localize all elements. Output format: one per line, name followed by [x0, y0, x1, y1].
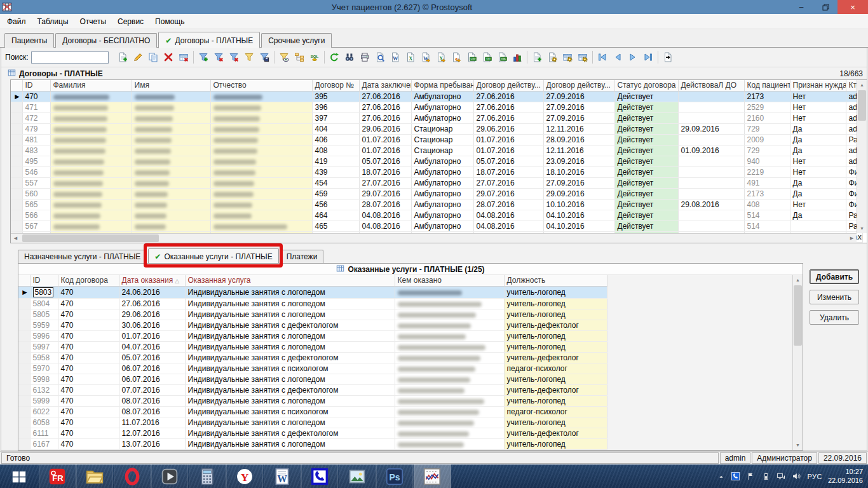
table-properties-icon[interactable] [560, 50, 575, 65]
taskbar-fastreport-icon[interactable]: FR [39, 464, 76, 488]
table-row[interactable]: 56545628.07.2016Амбулаторно28.07.201610.… [11, 199, 862, 210]
column-header[interactable]: ID [30, 275, 58, 286]
row-selector[interactable]: ► [11, 91, 22, 102]
exit-app-icon[interactable] [660, 50, 675, 65]
column-header[interactable]: Оказанная услуга [185, 275, 395, 286]
row-selector[interactable] [18, 298, 30, 309]
filter-add-icon[interactable] [196, 50, 211, 65]
row-selector[interactable] [18, 384, 30, 395]
row-selector[interactable] [18, 406, 30, 417]
filter-save-icon[interactable] [257, 50, 272, 65]
menu-item-Файл[interactable]: Файл [1, 15, 32, 28]
subtab-Платежи[interactable]: Платежи [280, 250, 324, 263]
copy-record-icon[interactable] [146, 50, 161, 65]
column-header[interactable]: Форма пребывания [411, 80, 473, 91]
tray-phone-icon[interactable] [731, 471, 740, 481]
filter-delete-icon[interactable] [211, 50, 226, 65]
filter-clear-icon[interactable] [226, 50, 241, 65]
column-header[interactable]: Дата оказания△ [119, 275, 185, 286]
row-selector[interactable] [18, 449, 30, 451]
table-row[interactable]: 47239727.06.2016Амбулаторно27.06.201627.… [11, 112, 862, 123]
column-header[interactable]: Имя [132, 80, 210, 91]
taskbar-explorer-icon[interactable] [76, 464, 113, 488]
menu-item-Таблицы[interactable]: Таблицы [32, 15, 74, 28]
taskbar-yandex-icon[interactable]: Y [226, 464, 263, 488]
flag-icon[interactable] [746, 471, 756, 481]
taskbar-chart-app-icon[interactable] [414, 464, 451, 488]
tab-Пациенты[interactable]: Пациенты [4, 33, 54, 48]
table-row[interactable]: 47940429.06.2016Стационар29.06.201612.11… [11, 123, 862, 134]
table-row[interactable]: 55745427.07.2016Амбулаторно27.07.201627.… [11, 177, 862, 188]
speaker-icon[interactable] [792, 471, 801, 481]
record-properties-icon[interactable] [545, 50, 560, 65]
column-header[interactable]: Должность [504, 275, 607, 286]
subtable-add-icon[interactable] [529, 50, 545, 65]
row-selector[interactable] [18, 352, 30, 363]
row-selector[interactable] [11, 145, 22, 156]
table-row[interactable]: 48340801.07.2016Стационар01.07.201612.11… [11, 145, 862, 156]
column-header[interactable]: Договор действу... [543, 80, 614, 91]
network-icon[interactable] [776, 471, 786, 481]
contracts-vertical-scrollbar[interactable]: ▲ ▼ [857, 80, 867, 233]
scroll-left-icon[interactable]: ◀ [11, 234, 20, 243]
refresh-icon[interactable] [327, 50, 342, 65]
row-selector[interactable] [11, 220, 22, 231]
menu-item-Сервис[interactable]: Сервис [112, 15, 149, 28]
column-header[interactable]: ID [22, 80, 50, 91]
nav-prev-icon[interactable] [610, 50, 625, 65]
clear-table-icon[interactable] [176, 50, 191, 65]
export-txt-icon[interactable]: TXT [479, 50, 494, 65]
restore-button[interactable] [813, 0, 837, 14]
nav-last-icon[interactable] [641, 50, 656, 65]
table-row[interactable]: 597047006.07.2016Индивидуальные занятия … [18, 363, 607, 374]
scroll-down-icon[interactable]: ▼ [793, 440, 803, 450]
row-selector[interactable] [18, 428, 30, 438]
table-row[interactable]: 612047013.07.2016Индивидуальные занятия … [18, 449, 607, 451]
column-header[interactable]: Договор действу... [473, 80, 543, 91]
taskbar-photoshop-icon[interactable]: Ps [376, 464, 413, 488]
table-row[interactable]: 54643918.07.2016Амбулаторно18.07.201618.… [11, 166, 862, 177]
row-selector[interactable] [11, 102, 22, 112]
taskbar-clock[interactable]: 10:27 22.09.2016 [828, 468, 863, 485]
row-selector[interactable] [11, 123, 22, 134]
table-row[interactable]: 49541905.07.2016Амбулаторно05.07.201623.… [11, 156, 862, 166]
find-icon[interactable] [342, 50, 357, 65]
table-row[interactable]: 56746504.08.2016Амбулаторно04.08.201604.… [11, 220, 862, 231]
scroll-thumb[interactable] [794, 285, 802, 346]
row-selector[interactable] [11, 112, 22, 123]
row-selector[interactable] [11, 199, 22, 210]
print-preview-icon[interactable] [372, 50, 388, 65]
menu-item-Отчеты[interactable]: Отчеты [74, 15, 112, 28]
edit-record-icon[interactable] [130, 50, 146, 65]
edit-button[interactable]: Изменить [810, 290, 859, 304]
table-row[interactable]: 48140601.07.2016Стационар01.07.201628.09… [11, 134, 862, 145]
column-header[interactable]: Отчество [210, 80, 312, 91]
contracts-horizontal-scrollbar[interactable]: ◀ ▶ [11, 233, 857, 243]
tab-Договоры - ПЛАТНЫЕ[interactable]: ✔Договоры - ПЛАТНЫЕ [158, 32, 260, 48]
battery-icon[interactable] [761, 471, 771, 481]
menu-item-Помощь[interactable]: Помощь [149, 15, 190, 28]
row-selector[interactable] [18, 374, 30, 384]
table-row[interactable]: 602247008.07.2016Индивидуальные занятия … [18, 406, 607, 417]
table-row[interactable]: 599847006.07.2016Индивидуальные занятия … [18, 374, 607, 384]
table-row[interactable]: 599747004.07.2016Индивидуальные занятия … [18, 341, 607, 352]
row-selector[interactable] [18, 330, 30, 341]
table-row[interactable]: 580547029.06.2016Индивидуальные занятия … [18, 309, 607, 320]
column-header[interactable]: Дата заключени... [359, 80, 411, 91]
row-selector[interactable] [18, 417, 30, 428]
filter-view-icon[interactable] [276, 50, 292, 65]
group-tree-icon[interactable] [292, 50, 307, 65]
language-indicator[interactable]: РУС [807, 473, 822, 480]
column-header[interactable]: Статус договора△ [614, 80, 678, 91]
minimize-button[interactable]: – [789, 0, 813, 14]
row-selector[interactable] [11, 156, 22, 166]
row-selector[interactable] [18, 341, 30, 352]
table-row[interactable]: 599647001.07.2016Индивидуальные занятия … [18, 330, 607, 341]
row-selector[interactable] [18, 363, 30, 374]
column-header[interactable]: Кем оказано [395, 275, 504, 286]
column-header[interactable]: Признан нуждаю... [790, 80, 846, 91]
table-row[interactable]: 599947008.07.2016Индивидуальные занятия … [18, 395, 607, 406]
row-selector[interactable] [18, 309, 30, 320]
subtab-Оказанные услуги - ПЛАТНЫЕ[interactable]: ✔Оказанные услуги - ПЛАТНЫЕ [148, 248, 278, 263]
scroll-right-icon[interactable]: ▶ [847, 234, 857, 243]
